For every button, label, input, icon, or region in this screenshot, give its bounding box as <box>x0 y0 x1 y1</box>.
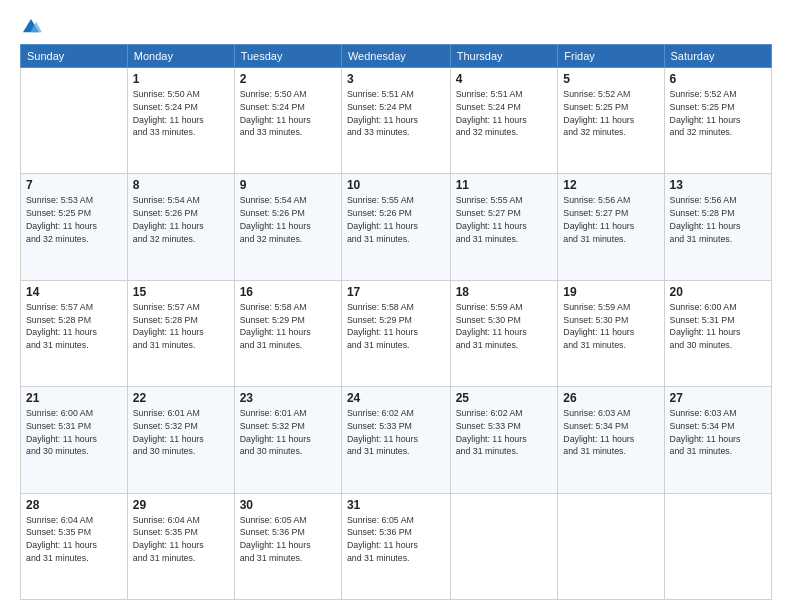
day-number: 24 <box>347 391 445 405</box>
day-number: 13 <box>670 178 766 192</box>
day-number: 14 <box>26 285 122 299</box>
day-info: Sunrise: 5:59 AMSunset: 5:30 PMDaylight:… <box>563 301 658 352</box>
day-info: Sunrise: 5:54 AMSunset: 5:26 PMDaylight:… <box>133 194 229 245</box>
day-number: 6 <box>670 72 766 86</box>
calendar-cell: 7Sunrise: 5:53 AMSunset: 5:25 PMDaylight… <box>21 174 128 280</box>
day-info: Sunrise: 6:03 AMSunset: 5:34 PMDaylight:… <box>670 407 766 458</box>
col-header-thursday: Thursday <box>450 45 558 68</box>
day-number: 29 <box>133 498 229 512</box>
day-info: Sunrise: 6:04 AMSunset: 5:35 PMDaylight:… <box>26 514 122 565</box>
calendar-cell: 26Sunrise: 6:03 AMSunset: 5:34 PMDayligh… <box>558 387 664 493</box>
logo <box>20 16 46 38</box>
day-info: Sunrise: 5:56 AMSunset: 5:28 PMDaylight:… <box>670 194 766 245</box>
calendar-cell: 9Sunrise: 5:54 AMSunset: 5:26 PMDaylight… <box>234 174 341 280</box>
calendar-cell: 31Sunrise: 6:05 AMSunset: 5:36 PMDayligh… <box>341 493 450 599</box>
day-number: 21 <box>26 391 122 405</box>
day-info: Sunrise: 6:02 AMSunset: 5:33 PMDaylight:… <box>456 407 553 458</box>
calendar-cell: 2Sunrise: 5:50 AMSunset: 5:24 PMDaylight… <box>234 68 341 174</box>
calendar-cell <box>450 493 558 599</box>
day-info: Sunrise: 5:56 AMSunset: 5:27 PMDaylight:… <box>563 194 658 245</box>
calendar-cell: 15Sunrise: 5:57 AMSunset: 5:28 PMDayligh… <box>127 280 234 386</box>
day-info: Sunrise: 5:50 AMSunset: 5:24 PMDaylight:… <box>133 88 229 139</box>
day-number: 12 <box>563 178 658 192</box>
calendar-cell: 23Sunrise: 6:01 AMSunset: 5:32 PMDayligh… <box>234 387 341 493</box>
day-number: 1 <box>133 72 229 86</box>
calendar-week-1: 7Sunrise: 5:53 AMSunset: 5:25 PMDaylight… <box>21 174 772 280</box>
day-number: 20 <box>670 285 766 299</box>
calendar-table: SundayMondayTuesdayWednesdayThursdayFrid… <box>20 44 772 600</box>
day-info: Sunrise: 5:50 AMSunset: 5:24 PMDaylight:… <box>240 88 336 139</box>
day-number: 8 <box>133 178 229 192</box>
day-info: Sunrise: 5:58 AMSunset: 5:29 PMDaylight:… <box>347 301 445 352</box>
day-number: 27 <box>670 391 766 405</box>
calendar-cell: 1Sunrise: 5:50 AMSunset: 5:24 PMDaylight… <box>127 68 234 174</box>
calendar-cell <box>558 493 664 599</box>
day-info: Sunrise: 5:57 AMSunset: 5:28 PMDaylight:… <box>26 301 122 352</box>
day-info: Sunrise: 5:52 AMSunset: 5:25 PMDaylight:… <box>670 88 766 139</box>
day-number: 9 <box>240 178 336 192</box>
calendar-week-4: 28Sunrise: 6:04 AMSunset: 5:35 PMDayligh… <box>21 493 772 599</box>
calendar-week-0: 1Sunrise: 5:50 AMSunset: 5:24 PMDaylight… <box>21 68 772 174</box>
page: SundayMondayTuesdayWednesdayThursdayFrid… <box>0 0 792 612</box>
calendar-week-3: 21Sunrise: 6:00 AMSunset: 5:31 PMDayligh… <box>21 387 772 493</box>
day-number: 23 <box>240 391 336 405</box>
day-number: 4 <box>456 72 553 86</box>
day-number: 28 <box>26 498 122 512</box>
calendar-cell: 25Sunrise: 6:02 AMSunset: 5:33 PMDayligh… <box>450 387 558 493</box>
day-info: Sunrise: 6:00 AMSunset: 5:31 PMDaylight:… <box>26 407 122 458</box>
day-number: 22 <box>133 391 229 405</box>
calendar-cell: 3Sunrise: 5:51 AMSunset: 5:24 PMDaylight… <box>341 68 450 174</box>
calendar-cell: 22Sunrise: 6:01 AMSunset: 5:32 PMDayligh… <box>127 387 234 493</box>
calendar-cell: 27Sunrise: 6:03 AMSunset: 5:34 PMDayligh… <box>664 387 771 493</box>
calendar-cell: 10Sunrise: 5:55 AMSunset: 5:26 PMDayligh… <box>341 174 450 280</box>
col-header-sunday: Sunday <box>21 45 128 68</box>
day-number: 3 <box>347 72 445 86</box>
calendar-cell: 24Sunrise: 6:02 AMSunset: 5:33 PMDayligh… <box>341 387 450 493</box>
calendar-week-2: 14Sunrise: 5:57 AMSunset: 5:28 PMDayligh… <box>21 280 772 386</box>
calendar-cell: 18Sunrise: 5:59 AMSunset: 5:30 PMDayligh… <box>450 280 558 386</box>
day-info: Sunrise: 5:52 AMSunset: 5:25 PMDaylight:… <box>563 88 658 139</box>
calendar-cell: 21Sunrise: 6:00 AMSunset: 5:31 PMDayligh… <box>21 387 128 493</box>
day-number: 19 <box>563 285 658 299</box>
day-info: Sunrise: 6:05 AMSunset: 5:36 PMDaylight:… <box>347 514 445 565</box>
col-header-saturday: Saturday <box>664 45 771 68</box>
day-number: 7 <box>26 178 122 192</box>
day-info: Sunrise: 6:05 AMSunset: 5:36 PMDaylight:… <box>240 514 336 565</box>
day-number: 25 <box>456 391 553 405</box>
day-info: Sunrise: 5:53 AMSunset: 5:25 PMDaylight:… <box>26 194 122 245</box>
day-info: Sunrise: 5:57 AMSunset: 5:28 PMDaylight:… <box>133 301 229 352</box>
calendar-cell <box>664 493 771 599</box>
day-number: 30 <box>240 498 336 512</box>
day-number: 17 <box>347 285 445 299</box>
calendar-header-row: SundayMondayTuesdayWednesdayThursdayFrid… <box>21 45 772 68</box>
day-info: Sunrise: 5:55 AMSunset: 5:26 PMDaylight:… <box>347 194 445 245</box>
calendar-cell: 5Sunrise: 5:52 AMSunset: 5:25 PMDaylight… <box>558 68 664 174</box>
calendar-cell: 4Sunrise: 5:51 AMSunset: 5:24 PMDaylight… <box>450 68 558 174</box>
day-info: Sunrise: 5:51 AMSunset: 5:24 PMDaylight:… <box>456 88 553 139</box>
day-info: Sunrise: 6:04 AMSunset: 5:35 PMDaylight:… <box>133 514 229 565</box>
day-info: Sunrise: 6:00 AMSunset: 5:31 PMDaylight:… <box>670 301 766 352</box>
calendar-cell: 11Sunrise: 5:55 AMSunset: 5:27 PMDayligh… <box>450 174 558 280</box>
day-number: 31 <box>347 498 445 512</box>
col-header-friday: Friday <box>558 45 664 68</box>
calendar-cell: 20Sunrise: 6:00 AMSunset: 5:31 PMDayligh… <box>664 280 771 386</box>
col-header-tuesday: Tuesday <box>234 45 341 68</box>
day-number: 18 <box>456 285 553 299</box>
day-number: 11 <box>456 178 553 192</box>
header <box>20 16 772 38</box>
day-info: Sunrise: 6:01 AMSunset: 5:32 PMDaylight:… <box>133 407 229 458</box>
day-info: Sunrise: 6:02 AMSunset: 5:33 PMDaylight:… <box>347 407 445 458</box>
calendar-cell: 17Sunrise: 5:58 AMSunset: 5:29 PMDayligh… <box>341 280 450 386</box>
calendar-cell: 30Sunrise: 6:05 AMSunset: 5:36 PMDayligh… <box>234 493 341 599</box>
day-info: Sunrise: 5:58 AMSunset: 5:29 PMDaylight:… <box>240 301 336 352</box>
calendar-cell: 29Sunrise: 6:04 AMSunset: 5:35 PMDayligh… <box>127 493 234 599</box>
day-number: 5 <box>563 72 658 86</box>
logo-icon <box>20 16 42 38</box>
day-number: 16 <box>240 285 336 299</box>
day-info: Sunrise: 5:55 AMSunset: 5:27 PMDaylight:… <box>456 194 553 245</box>
calendar-cell: 8Sunrise: 5:54 AMSunset: 5:26 PMDaylight… <box>127 174 234 280</box>
day-info: Sunrise: 6:01 AMSunset: 5:32 PMDaylight:… <box>240 407 336 458</box>
calendar-cell: 19Sunrise: 5:59 AMSunset: 5:30 PMDayligh… <box>558 280 664 386</box>
calendar-cell: 13Sunrise: 5:56 AMSunset: 5:28 PMDayligh… <box>664 174 771 280</box>
day-number: 26 <box>563 391 658 405</box>
